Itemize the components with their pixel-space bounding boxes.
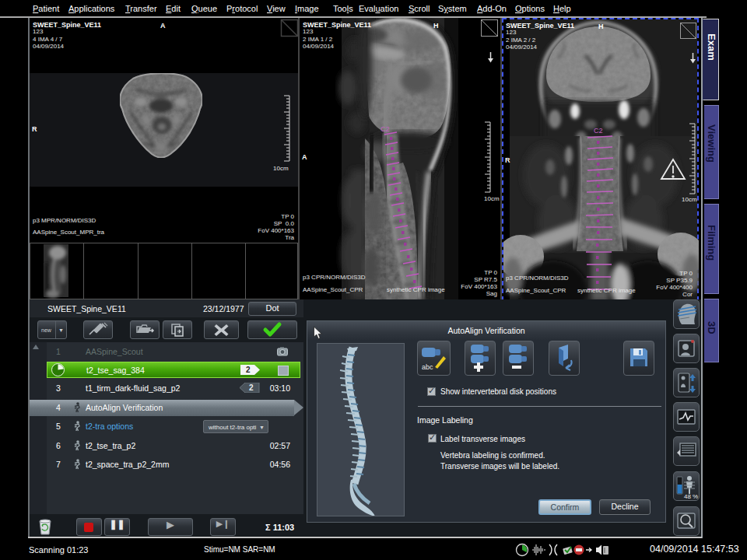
svg-text:abc: abc: [422, 363, 433, 371]
svg-text:2: 2: [249, 383, 254, 392]
svg-text:2: 2: [246, 366, 251, 374]
svg-text:48 %: 48 %: [684, 493, 698, 500]
